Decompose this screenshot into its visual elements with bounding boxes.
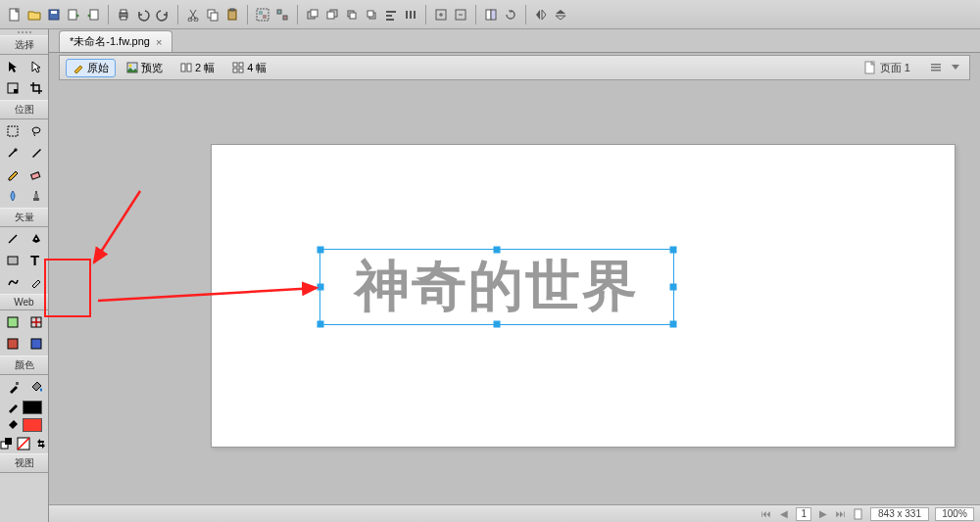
group-icon[interactable] xyxy=(254,6,271,24)
default-colors-row xyxy=(0,434,48,453)
eyedropper-tool-icon[interactable] xyxy=(1,376,24,398)
eraser-tool-icon[interactable] xyxy=(24,164,48,185)
resize-handle-br[interactable] xyxy=(670,321,677,328)
text-selection-bounds[interactable]: 神奇的世界 xyxy=(319,249,674,325)
import-icon[interactable] xyxy=(65,6,82,24)
paste-icon[interactable] xyxy=(223,6,241,24)
hotspot-tool-icon[interactable] xyxy=(1,311,24,333)
view-4up-button[interactable]: 4 幅 xyxy=(225,59,273,77)
marquee-tool-icon[interactable] xyxy=(1,120,24,142)
lasso-tool-icon[interactable] xyxy=(24,120,48,142)
cut-icon[interactable] xyxy=(184,6,202,24)
flip-h-icon[interactable] xyxy=(532,6,550,24)
panel-menu-icon[interactable] xyxy=(950,61,963,74)
ungroup-icon[interactable] xyxy=(273,6,291,24)
next-page-icon[interactable]: ▶ xyxy=(817,508,829,520)
view-4up-label: 4 幅 xyxy=(247,61,267,75)
swap-colors-icon[interactable] xyxy=(34,436,48,451)
view-2up-button[interactable]: 2 幅 xyxy=(173,59,221,77)
hide-slice-icon[interactable] xyxy=(1,333,24,355)
zoom-readout[interactable]: 100% xyxy=(935,507,974,521)
undo-icon[interactable] xyxy=(134,6,152,24)
two-up-icon xyxy=(180,62,192,73)
svg-point-58 xyxy=(129,65,132,68)
bring-forward-icon[interactable] xyxy=(343,6,361,24)
resize-handle-tr[interactable] xyxy=(670,247,677,254)
section-bitmap: 位图 xyxy=(0,100,48,119)
line-tool-icon[interactable] xyxy=(1,228,24,250)
document-tab-strip: *未命名-1.fw.png × xyxy=(49,29,980,53)
send-backward-icon[interactable] xyxy=(363,6,380,24)
svg-rect-43 xyxy=(35,191,37,194)
distribute-icon[interactable] xyxy=(402,6,419,24)
export-icon[interactable] xyxy=(84,6,102,24)
svg-rect-7 xyxy=(121,17,126,20)
flip-v-icon[interactable] xyxy=(552,6,569,24)
svg-rect-36 xyxy=(491,10,496,20)
fill-color-swatch[interactable] xyxy=(23,418,42,432)
print-icon[interactable] xyxy=(115,6,132,24)
brush-tool-icon[interactable] xyxy=(24,142,48,164)
canvas-text[interactable]: 神奇的世界 xyxy=(320,250,673,324)
view-original-label: 原始 xyxy=(87,61,109,75)
stroke-color-swatch[interactable] xyxy=(23,401,42,414)
compare-icon[interactable] xyxy=(482,6,500,24)
rotate-ccw-icon[interactable] xyxy=(502,6,519,24)
close-tab-icon[interactable]: × xyxy=(156,36,162,48)
crop-tool-icon[interactable] xyxy=(24,77,48,99)
knife-tool-icon[interactable] xyxy=(24,271,48,293)
pen-tool-icon[interactable] xyxy=(24,228,48,250)
rubber-stamp-tool-icon[interactable] xyxy=(24,185,48,207)
show-slice-icon[interactable] xyxy=(24,333,48,355)
paint-bucket-tool-icon[interactable] xyxy=(24,376,48,398)
resize-handle-bl[interactable] xyxy=(318,321,324,328)
new-file-icon[interactable] xyxy=(6,6,24,24)
copy-icon[interactable] xyxy=(204,6,221,24)
resize-handle-r[interactable] xyxy=(670,284,677,291)
pointer-tool-icon[interactable] xyxy=(1,56,24,77)
svg-rect-60 xyxy=(187,64,191,71)
resize-handle-b[interactable] xyxy=(494,321,501,328)
svg-rect-31 xyxy=(410,11,412,19)
magic-wand-tool-icon[interactable] xyxy=(1,142,24,164)
resize-handle-tl[interactable] xyxy=(318,247,324,254)
last-page-icon[interactable]: ⏭ xyxy=(835,508,847,520)
first-page-icon[interactable]: ⏮ xyxy=(760,508,772,520)
resize-handle-l[interactable] xyxy=(318,284,324,291)
svg-rect-29 xyxy=(386,19,394,21)
save-icon[interactable] xyxy=(45,6,63,24)
svg-rect-17 xyxy=(277,10,281,14)
panel-options-icon[interactable] xyxy=(930,61,944,74)
new-page-icon[interactable] xyxy=(853,508,864,520)
subselect-tool-icon[interactable] xyxy=(24,56,48,77)
page-number-field[interactable]: 1 xyxy=(796,507,811,521)
redo-icon[interactable] xyxy=(154,6,172,24)
document-tab[interactable]: *未命名-1.fw.png × xyxy=(59,30,172,52)
send-back-icon[interactable] xyxy=(323,6,341,24)
freeform-tool-icon[interactable] xyxy=(1,271,24,293)
no-color-icon[interactable] xyxy=(17,436,30,451)
bring-front-icon[interactable] xyxy=(304,6,321,24)
resize-handle-t[interactable] xyxy=(494,247,501,254)
rectangle-tool-icon[interactable] xyxy=(1,250,24,271)
default-colors-icon[interactable] xyxy=(0,436,14,451)
text-tool-icon[interactable]: T xyxy=(24,250,48,271)
separator xyxy=(297,5,298,24)
open-file-icon[interactable] xyxy=(25,6,43,24)
view-preview-button[interactable]: 预览 xyxy=(120,59,170,77)
svg-line-44 xyxy=(9,235,17,243)
prev-page-icon[interactable]: ◀ xyxy=(778,508,790,520)
dimensions-readout: 843 x 331 xyxy=(870,507,929,521)
zoom-in-icon[interactable] xyxy=(432,6,450,24)
view-original-button[interactable]: 原始 xyxy=(66,59,116,77)
align-icon[interactable] xyxy=(382,6,400,24)
scale-tool-icon[interactable] xyxy=(1,77,24,99)
zoom-out-icon[interactable] xyxy=(452,6,469,24)
pencil-tool-icon[interactable] xyxy=(1,164,24,185)
section-vector: 矢量 xyxy=(0,208,48,227)
page-indicator[interactable]: 页面 1 xyxy=(857,61,918,75)
svg-rect-3 xyxy=(69,10,76,20)
slice-tool-icon[interactable] xyxy=(24,311,48,333)
svg-rect-41 xyxy=(33,198,39,201)
blur-tool-icon[interactable] xyxy=(1,185,24,207)
